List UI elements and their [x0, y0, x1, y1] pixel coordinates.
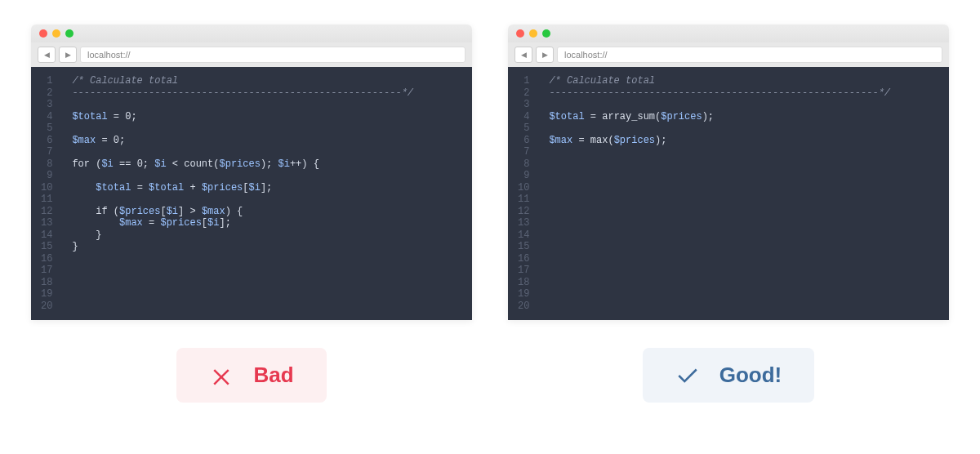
- code-token: for (: [72, 158, 101, 170]
- code-token: $i: [249, 182, 261, 194]
- code-token: =: [96, 135, 114, 146]
- code-token: $max: [119, 217, 143, 229]
- close-icon[interactable]: [516, 29, 524, 38]
- code-token: =: [572, 135, 590, 146]
- code-token: 0: [114, 135, 119, 146]
- line-number-gutter: 1 2 3 4 5 6 7 8 9 10 11 12 13 14 15 16 1…: [31, 67, 59, 320]
- code-token: }: [72, 229, 101, 241]
- code-token: $max: [202, 206, 225, 217]
- code-token: $i: [101, 158, 113, 170]
- code-token: [: [202, 217, 207, 229]
- code-editor-right: 1 2 3 4 5 6 7 8 9 10 11 12 13 14 15 16 1…: [508, 67, 949, 320]
- code-token: $prices: [160, 217, 201, 229]
- code-token: ==: [114, 158, 137, 170]
- code-token: $prices: [219, 158, 260, 170]
- code-token: count(: [184, 158, 219, 170]
- code-token: );: [261, 158, 278, 170]
- forward-button[interactable]: ▶: [536, 47, 554, 63]
- code-token: [: [160, 206, 166, 217]
- browser-toolbar: ◀ ▶ localhost://: [508, 42, 949, 67]
- code-token: ;: [131, 111, 136, 122]
- code-token: ];: [261, 182, 272, 194]
- code-token: array_sum(: [602, 111, 661, 122]
- code-content: /* Calculate total ---------------------…: [59, 67, 472, 320]
- right-column: ◀ ▶ localhost:// 1 2 3 4 5 6 7 8 9 10 11…: [508, 24, 949, 403]
- code-token: =: [143, 217, 161, 229]
- code-token: [72, 217, 119, 229]
- close-icon[interactable]: [39, 29, 47, 38]
- code-token: ----------------------------------------…: [549, 87, 890, 99]
- code-token: ;: [119, 135, 125, 146]
- code-content: /* Calculate total ---------------------…: [536, 67, 949, 320]
- back-button[interactable]: ◀: [38, 47, 56, 63]
- code-token: =: [108, 111, 126, 122]
- code-token: ) {: [301, 158, 319, 170]
- code-token: =: [585, 111, 603, 122]
- code-token: ;: [143, 158, 154, 170]
- code-token: $max: [549, 135, 572, 146]
- code-token: $total: [549, 111, 584, 122]
- badge-label: Bad: [253, 363, 293, 388]
- code-token: ) {: [225, 206, 243, 217]
- left-column: ◀ ▶ localhost:// 1 2 3 4 5 6 7 8 9 10 11…: [31, 24, 472, 403]
- code-token: max(: [590, 135, 614, 146]
- cross-icon: [209, 363, 234, 388]
- code-token: if (: [96, 206, 119, 217]
- code-token: +: [184, 182, 202, 194]
- code-token: $total: [96, 182, 131, 194]
- forward-button[interactable]: ▶: [59, 47, 77, 63]
- code-token: /* Calculate total: [72, 75, 178, 87]
- code-token: [72, 206, 96, 217]
- code-token: $total: [149, 182, 184, 194]
- code-token: ----------------------------------------…: [72, 87, 413, 99]
- browser-toolbar: ◀ ▶ localhost://: [31, 42, 472, 67]
- code-token: $i: [154, 158, 166, 170]
- code-token: }: [72, 241, 78, 252]
- check-icon: [675, 363, 700, 388]
- maximize-icon[interactable]: [65, 29, 74, 38]
- code-token: $i: [278, 158, 290, 170]
- code-token: ++: [290, 158, 301, 170]
- code-token: $max: [72, 135, 96, 146]
- code-token: ] >: [178, 206, 202, 217]
- code-token: $prices: [614, 135, 655, 146]
- url-input[interactable]: localhost://: [557, 47, 942, 63]
- code-token: /* Calculate total: [549, 75, 655, 87]
- code-token: <: [167, 158, 185, 170]
- minimize-icon[interactable]: [529, 29, 537, 38]
- back-button[interactable]: ◀: [514, 47, 532, 63]
- code-token: );: [655, 135, 666, 146]
- minimize-icon[interactable]: [52, 29, 60, 38]
- browser-window-right: ◀ ▶ localhost:// 1 2 3 4 5 6 7 8 9 10 11…: [508, 24, 949, 320]
- code-token: =: [131, 182, 149, 194]
- code-token: $total: [72, 111, 107, 122]
- bad-badge: Bad: [176, 348, 326, 403]
- browser-window-left: ◀ ▶ localhost:// 1 2 3 4 5 6 7 8 9 10 11…: [31, 24, 472, 320]
- code-editor-left: 1 2 3 4 5 6 7 8 9 10 11 12 13 14 15 16 1…: [31, 67, 472, 320]
- code-token: $prices: [202, 182, 243, 194]
- code-token: 0: [137, 158, 143, 170]
- code-token: [: [243, 182, 248, 194]
- window-titlebar: [508, 24, 949, 42]
- code-token: $prices: [661, 111, 702, 122]
- code-token: ];: [219, 217, 230, 229]
- url-input[interactable]: localhost://: [80, 47, 466, 63]
- code-token: [72, 182, 96, 194]
- code-token: $i: [167, 206, 178, 217]
- badge-label: Good!: [719, 363, 782, 388]
- window-titlebar: [31, 24, 472, 42]
- comparison-container: ◀ ▶ localhost:// 1 2 3 4 5 6 7 8 9 10 11…: [33, 24, 947, 403]
- good-badge: Good!: [643, 348, 815, 403]
- code-token: $prices: [119, 206, 160, 217]
- code-token: );: [702, 111, 714, 122]
- line-number-gutter: 1 2 3 4 5 6 7 8 9 10 11 12 13 14 15 16 1…: [508, 67, 536, 320]
- maximize-icon[interactable]: [542, 29, 550, 38]
- code-token: $i: [207, 217, 219, 229]
